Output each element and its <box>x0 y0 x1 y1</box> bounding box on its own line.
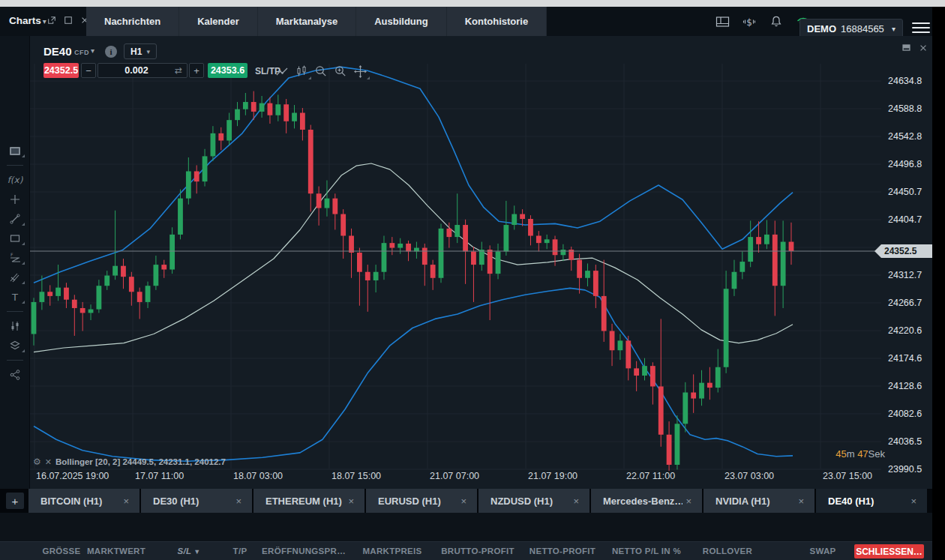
column-header-rollover[interactable]: ROLLOVER <box>703 547 752 556</box>
text-icon[interactable]: T <box>0 287 30 307</box>
column-header-marktwert[interactable]: MARKTWERT <box>87 547 146 556</box>
zoom-in-icon[interactable] <box>333 64 348 78</box>
chevron-down-icon: ▾ <box>146 48 150 55</box>
price-axis-label: 24542.8 <box>888 131 922 142</box>
price-axis-label: 24128.6 <box>888 381 922 391</box>
price-chart-canvas[interactable] <box>0 36 932 489</box>
instrument-tab-eurusd-h1-[interactable]: EURUSD (H1)× <box>366 489 477 513</box>
price-axis-label: 24220.6 <box>888 325 922 336</box>
minimize-panel-icon[interactable] <box>902 42 911 55</box>
info-icon[interactable]: i <box>105 46 117 58</box>
close-tab-icon[interactable]: × <box>682 494 694 508</box>
chevron-down-icon[interactable]: ▾ <box>91 46 94 55</box>
column-header-er-ffnungspr-[interactable]: ERÖFFNUNGSPR… <box>262 547 346 556</box>
column-header-marktpreis[interactable]: MARKTPREIS <box>362 547 422 556</box>
close-tab-icon[interactable]: × <box>908 494 920 508</box>
column-header-swap[interactable]: SWAP <box>809 547 836 556</box>
column-header-netto-p-l-in-[interactable]: NETTO P/L IN % <box>612 547 681 556</box>
layers-icon[interactable] <box>0 336 30 355</box>
column-header-brutto-profit[interactable]: BRUTTO-PROFIT <box>441 547 514 556</box>
countdown-minutes: 45 <box>836 448 846 460</box>
menu-icon[interactable] <box>912 22 930 36</box>
share-icon[interactable] <box>0 365 30 385</box>
charts-menu-button[interactable]: Charts▾ <box>9 15 46 26</box>
quantity-decrease-button[interactable]: − <box>81 63 96 78</box>
chart-window-controls <box>902 42 928 55</box>
column-header-netto-profit[interactable]: NETTO-PROFIT <box>530 547 596 556</box>
indicator-settings-icon[interactable]: ⚙ <box>33 457 41 467</box>
quantity-increase-button[interactable]: + <box>189 63 204 78</box>
instrument-tab-de40-h1-[interactable]: DE40 (H1)× <box>816 489 927 513</box>
instrument-tab-mercedes-benz-[interactable]: Mercedes-Benz…× <box>591 489 702 513</box>
swap-units-icon[interactable]: ⇄ <box>175 65 182 76</box>
toolbar-divider <box>7 360 23 361</box>
nav-tab-kontohistorie[interactable]: Kontohistorie <box>447 7 548 36</box>
nav-tab-nachrichten[interactable]: Nachrichten <box>86 7 179 36</box>
time-axis-label: 21.07 07:00 <box>430 471 479 481</box>
browser-strip <box>0 0 945 7</box>
symbol-name[interactable]: DE40 <box>44 45 72 58</box>
pan-mode-icon[interactable] <box>352 64 368 78</box>
price-axis-label: 24266.7 <box>888 298 922 308</box>
line-chart-mode-icon[interactable] <box>274 64 290 78</box>
column-header-gr-sse[interactable]: GRÖSSE <box>42 547 80 556</box>
trendline-icon[interactable] <box>0 209 30 229</box>
close-panel-icon[interactable] <box>919 42 928 55</box>
nav-tab-kalender[interactable]: Kalender <box>179 7 258 36</box>
close-tab-icon[interactable]: × <box>570 494 582 508</box>
price-axis-label: 24036.5 <box>888 436 922 447</box>
pitchfork-icon[interactable] <box>0 268 30 287</box>
quantity-input[interactable]: 0.002 ⇄ <box>98 63 188 78</box>
instrument-tab-de30-h1-[interactable]: DE30 (H1)× <box>141 489 252 513</box>
price-axis-label: 24082.6 <box>888 409 922 419</box>
price-axis-label: 24404.7 <box>888 214 922 225</box>
close-tab-icon[interactable]: × <box>232 494 244 508</box>
close-tab-icon[interactable]: × <box>795 494 807 508</box>
svg-text:$: $ <box>746 16 752 27</box>
quantity-value: 0.002 <box>98 65 175 76</box>
sell-button[interactable]: 24352.5 <box>44 63 79 78</box>
column-header-t-p[interactable]: T/P <box>233 547 248 556</box>
close-tab-icon[interactable]: × <box>120 494 132 508</box>
price-axis-label: 24588.8 <box>888 103 922 114</box>
workspace-layout-icon[interactable] <box>714 13 730 30</box>
candle-chart-mode-icon[interactable] <box>294 64 309 78</box>
notifications-icon[interactable] <box>768 13 784 30</box>
instrument-type-label: CFD <box>74 49 89 56</box>
close-tab-icon[interactable]: × <box>345 494 357 508</box>
toolbar-divider <box>7 311 23 312</box>
add-chart-tab-button[interactable]: + <box>6 493 24 509</box>
nav-tab-ausbildung[interactable]: Ausbildung <box>356 7 447 36</box>
popout-icon[interactable] <box>46 14 57 26</box>
fibonacci-icon[interactable]: F <box>0 248 30 268</box>
instrument-tab-label: EURUSD (H1) <box>378 496 458 507</box>
sort-caret-icon: ▼ <box>194 548 200 556</box>
time-axis-label: 22.07 11:00 <box>626 471 675 481</box>
chart-objects-icon[interactable] <box>0 316 30 336</box>
bar-countdown: 45m 47Sek <box>825 448 885 460</box>
svg-text:f(x): f(x) <box>8 175 23 185</box>
instrument-tab-nvidia-h1-[interactable]: NVIDIA (H1)× <box>704 489 814 513</box>
countdown-seconds: 47 <box>857 448 868 460</box>
rectangle-icon[interactable] <box>0 229 30 248</box>
close-tab-icon[interactable]: × <box>458 494 470 508</box>
positions-table-header: SCHLIESSEN… GRÖSSEMARKTWERTS/L▼T/PERÖFFN… <box>0 541 932 560</box>
instrument-tab-label: NZDUSD (H1) <box>490 496 570 507</box>
instrument-tab-nzdusd-h1-[interactable]: NZDUSD (H1)× <box>478 489 590 513</box>
column-header-s-l[interactable]: S/L▼ <box>177 547 200 556</box>
chart-workspace-icon[interactable] <box>0 141 30 160</box>
nav-tab-marktanalyse[interactable]: Marktanalyse <box>258 7 356 36</box>
close-position-button[interactable]: SCHLIESSEN… <box>854 544 924 559</box>
instrument-tab-ethereum-h1-[interactable]: ETHEREUM (H1)× <box>254 489 364 513</box>
indicator-remove-icon[interactable]: ✕ <box>45 457 52 467</box>
zoom-out-icon[interactable] <box>314 64 328 78</box>
currency-icon[interactable]: $ <box>741 13 758 30</box>
indicator-label: Bollinger [20, 2] 24449.5, 24231.1, 2401… <box>56 457 226 466</box>
maximize-icon[interactable] <box>63 14 74 26</box>
buy-button[interactable]: 24353.6 <box>208 63 248 78</box>
instrument-tab-bitcoin-h1-[interactable]: BITCOIN (H1)× <box>28 489 140 513</box>
crosshair-icon[interactable] <box>0 190 30 209</box>
price-axis-label: 23990.5 <box>888 464 922 475</box>
timeframe-selector[interactable]: H1 ▾ <box>124 43 157 59</box>
indicators-icon[interactable]: f(x) <box>0 170 30 190</box>
